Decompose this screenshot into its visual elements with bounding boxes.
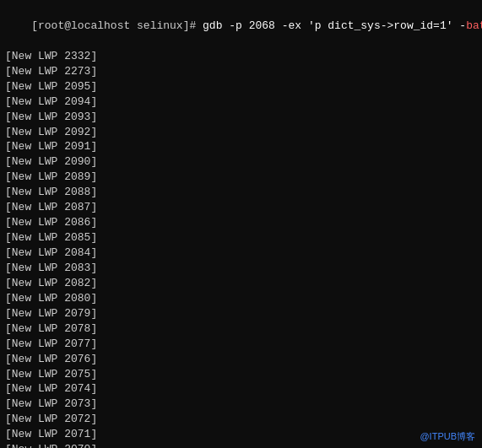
lwp-output: [New LWP 2332][New LWP 2273][New LWP 209…	[5, 49, 477, 448]
lwp-line: [New LWP 2074]	[5, 381, 477, 397]
lwp-line: [New LWP 2080]	[5, 291, 477, 306]
lwp-line: [New LWP 2091]	[5, 139, 477, 154]
batch-flag: batch	[466, 19, 482, 32]
lwp-line: [New LWP 2071]	[5, 427, 477, 442]
lwp-line: [New LWP 2273]	[5, 64, 477, 79]
watermark: @ITPUB博客	[420, 430, 475, 443]
lwp-line: [New LWP 2084]	[5, 246, 477, 261]
lwp-line: [New LWP 2092]	[5, 125, 477, 140]
lwp-line: [New LWP 2090]	[5, 154, 477, 170]
command-line: [root@localhost selinux]# gdb -p 2068 -e…	[5, 3, 477, 49]
lwp-line: [New LWP 2095]	[5, 79, 477, 94]
lwp-line: [New LWP 2073]	[5, 397, 477, 412]
lwp-line: [New LWP 2088]	[5, 185, 477, 200]
command-text: gdb -p 2068 -ex 'p dict_sys->row_id=1' -	[196, 19, 466, 32]
lwp-line: [New LWP 2083]	[5, 261, 477, 276]
lwp-line: [New LWP 2075]	[5, 367, 477, 382]
terminal-window: [root@localhost selinux]# gdb -p 2068 -e…	[0, 0, 482, 448]
lwp-line: [New LWP 2089]	[5, 170, 477, 185]
lwp-line: [New LWP 2087]	[5, 200, 477, 215]
lwp-line: [New LWP 2086]	[5, 215, 477, 230]
lwp-line: [New LWP 2093]	[5, 110, 477, 125]
lwp-line: [New LWP 2077]	[5, 337, 477, 352]
lwp-line: [New LWP 2082]	[5, 276, 477, 291]
lwp-line: [New LWP 2070]	[5, 442, 477, 448]
lwp-line: [New LWP 2332]	[5, 49, 477, 64]
lwp-line: [New LWP 2085]	[5, 230, 477, 246]
prompt: [root@localhost selinux]#	[31, 19, 196, 32]
lwp-line: [New LWP 2072]	[5, 412, 477, 427]
lwp-line: [New LWP 2079]	[5, 306, 477, 321]
lwp-line: [New LWP 2094]	[5, 94, 477, 110]
lwp-line: [New LWP 2078]	[5, 321, 477, 337]
lwp-line: [New LWP 2076]	[5, 352, 477, 367]
